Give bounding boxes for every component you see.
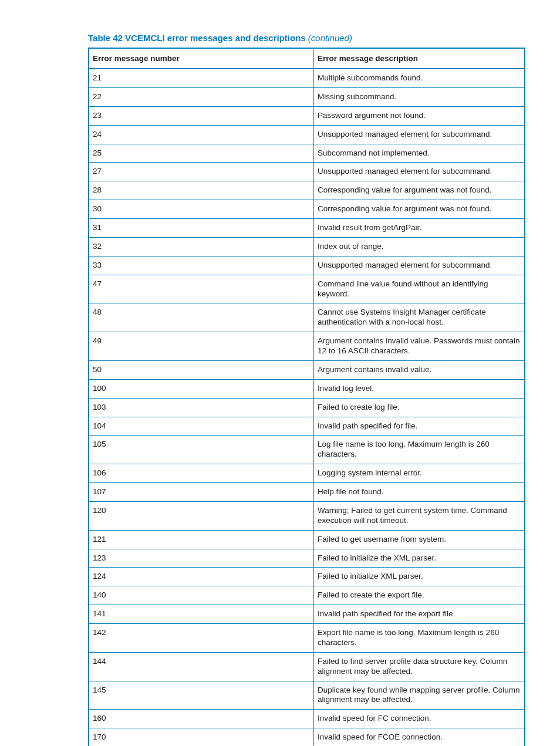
cell-error-number: 28 <box>89 181 314 200</box>
cell-error-number: 23 <box>89 106 314 125</box>
table-row: 120Warning: Failed to get current system… <box>89 501 525 530</box>
cell-error-number: 160 <box>89 710 314 728</box>
cell-error-description: Invalid path specified for file. <box>314 417 525 436</box>
table-row: 107Help file not found. <box>89 483 525 502</box>
table-row: 104Invalid path specified for file. <box>89 417 525 436</box>
cell-error-description: Invalid log level. <box>314 379 525 398</box>
cell-error-number: 25 <box>89 144 314 163</box>
cell-error-description: Failed to create log file. <box>314 398 525 417</box>
cell-error-number: 47 <box>89 275 314 303</box>
cell-error-description: Log file name is too long. Maximum lengt… <box>314 436 525 464</box>
cell-error-number: 48 <box>89 303 314 332</box>
cell-error-description: Duplicate key found while mapping server… <box>314 681 525 710</box>
cell-error-number: 27 <box>89 163 314 181</box>
cell-error-description: Corresponding value for argument was not… <box>314 181 525 200</box>
table-row: 124Failed to initialize XML parser. <box>89 568 525 586</box>
cell-error-number: 50 <box>89 360 314 379</box>
cell-error-number: 144 <box>89 652 314 681</box>
error-messages-table: Error message number Error message descr… <box>88 48 525 746</box>
cell-error-description: Command line value found without an iden… <box>314 275 525 303</box>
table-header-row: Error message number Error message descr… <box>89 48 525 69</box>
cell-error-description: Logging system internal error. <box>314 464 525 483</box>
table-row: 141Invalid path specified for the export… <box>89 605 525 624</box>
table-row: 160Invalid speed for FC connection. <box>89 710 525 728</box>
table-row: 100Invalid log level. <box>89 379 525 398</box>
table-row: 103Failed to create log file. <box>89 398 525 417</box>
cell-error-description: Unsupported managed element for subcomma… <box>314 125 525 144</box>
cell-error-number: 145 <box>89 681 314 710</box>
table-row: 47Command line value found without an id… <box>89 275 525 303</box>
cell-error-description: Unsupported managed element for subcomma… <box>314 256 525 275</box>
cell-error-description: Failed to create the export file. <box>314 586 525 605</box>
col-header-description: Error message description <box>314 48 525 69</box>
table-row: 140Failed to create the export file. <box>89 586 525 605</box>
table-row: 50Argument contains invalid value. <box>89 360 525 379</box>
cell-error-number: 30 <box>89 200 314 219</box>
cell-error-number: 142 <box>89 624 314 653</box>
cell-error-number: 31 <box>89 219 314 238</box>
cell-error-description: Multiple subcommands found. <box>314 69 525 87</box>
cell-error-number: 170 <box>89 728 314 746</box>
cell-error-description: Unsupported managed element for subcomma… <box>314 163 525 181</box>
cell-error-description: Invalid speed for FCOE connection. <box>314 728 525 746</box>
cell-error-description: Failed to find server profile data struc… <box>314 652 525 681</box>
cell-error-description: Invalid result from getArgPair. <box>314 219 525 238</box>
cell-error-number: 121 <box>89 530 314 549</box>
cell-error-description: Invalid speed for FC connection. <box>314 710 525 728</box>
cell-error-description: Missing subcommand. <box>314 87 525 106</box>
table-row: 48Cannot use Systems Insight Manager cer… <box>89 303 525 332</box>
col-header-number: Error message number <box>89 48 314 69</box>
table-title: Table 42 VCEMCLI error messages and desc… <box>88 33 525 43</box>
document-page: Table 42 VCEMCLI error messages and desc… <box>0 0 560 746</box>
cell-error-description: Password argument not found. <box>314 106 525 125</box>
cell-error-description: Index out of range. <box>314 237 525 256</box>
table-row: 170Invalid speed for FCOE connection. <box>89 728 525 746</box>
cell-error-number: 100 <box>89 379 314 398</box>
cell-error-description: Argument contains invalid value. Passwor… <box>314 332 525 361</box>
table-row: 30Corresponding value for argument was n… <box>89 200 525 219</box>
table-row: 121Failed to get username from system. <box>89 530 525 549</box>
cell-error-number: 24 <box>89 125 314 144</box>
table-row: 123Failed to initialize the XML parser. <box>89 549 525 568</box>
cell-error-description: Argument contains invalid value. <box>314 360 525 379</box>
cell-error-number: 106 <box>89 464 314 483</box>
cell-error-description: Subcommand not implemented. <box>314 144 525 163</box>
table-row: 25Subcommand not implemented. <box>89 144 525 163</box>
cell-error-number: 104 <box>89 417 314 436</box>
table-row: 28Corresponding value for argument was n… <box>89 181 525 200</box>
table-row: 31Invalid result from getArgPair. <box>89 219 525 238</box>
cell-error-description: Failed to initialize XML parser. <box>314 568 525 586</box>
table-row: 145Duplicate key found while mapping ser… <box>89 681 525 710</box>
cell-error-number: 21 <box>89 69 314 87</box>
table-row: 23Password argument not found. <box>89 106 525 125</box>
cell-error-description: Warning: Failed to get current system ti… <box>314 501 525 530</box>
cell-error-number: 105 <box>89 436 314 464</box>
table-row: 22Missing subcommand. <box>89 87 525 106</box>
cell-error-description: Failed to get username from system. <box>314 530 525 549</box>
cell-error-description: Failed to initialize the XML parser. <box>314 549 525 568</box>
table-row: 33Unsupported managed element for subcom… <box>89 256 525 275</box>
cell-error-description: Invalid path specified for the export fi… <box>314 605 525 624</box>
cell-error-description: Export file name is too long. Maximum le… <box>314 624 525 653</box>
table-row: 106Logging system internal error. <box>89 464 525 483</box>
table-row: 32Index out of range. <box>89 237 525 256</box>
cell-error-description: Corresponding value for argument was not… <box>314 200 525 219</box>
table-row: 49Argument contains invalid value. Passw… <box>89 332 525 361</box>
table-row: 21Multiple subcommands found. <box>89 69 525 87</box>
cell-error-number: 49 <box>89 332 314 361</box>
cell-error-description: Help file not found. <box>314 483 525 502</box>
cell-error-number: 107 <box>89 483 314 502</box>
table-title-continued: (continued) <box>308 33 352 43</box>
table-row: 105Log file name is too long. Maximum le… <box>89 436 525 464</box>
table-row: 142Export file name is too long. Maximum… <box>89 624 525 653</box>
cell-error-number: 33 <box>89 256 314 275</box>
table-title-label: Table 42 VCEMCLI error messages and desc… <box>88 33 306 43</box>
cell-error-number: 22 <box>89 87 314 106</box>
cell-error-number: 124 <box>89 568 314 586</box>
cell-error-number: 141 <box>89 605 314 624</box>
cell-error-number: 123 <box>89 549 314 568</box>
cell-error-number: 120 <box>89 501 314 530</box>
table-row: 24Unsupported managed element for subcom… <box>89 125 525 144</box>
table-row: 27Unsupported managed element for subcom… <box>89 163 525 181</box>
cell-error-number: 103 <box>89 398 314 417</box>
